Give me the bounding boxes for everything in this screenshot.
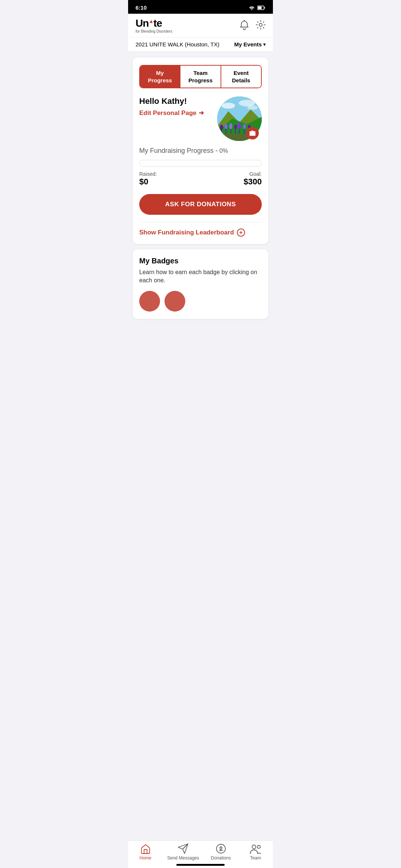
badges-subtitle: Learn how to earn each badge by clicking… (139, 268, 262, 285)
badges-title: My Badges (139, 257, 262, 265)
show-leaderboard-button[interactable]: Show Fundraising Leaderboard + (139, 228, 262, 237)
divider (139, 222, 262, 223)
progress-bar-container (139, 160, 262, 167)
chevron-down-icon: ▾ (263, 42, 265, 47)
leaderboard-plus-icon: + (237, 228, 245, 237)
logo-subtitle: for Bleeding Disorders (136, 29, 172, 33)
battery-icon (257, 6, 265, 10)
svg-point-15 (229, 123, 232, 129)
fundraising-label: My Fundraising Progress (139, 147, 213, 154)
header: Un▲te for Bleeding Disorders (128, 14, 273, 37)
ask-for-donations-button[interactable]: ASK FOR DONATIONS (139, 194, 262, 215)
edit-arrow-icon: ➜ (199, 109, 204, 117)
status-icons (248, 5, 265, 10)
tab-group: MyProgress TeamProgress EventDetails (139, 65, 262, 88)
wifi-icon (248, 5, 255, 10)
svg-point-11 (220, 125, 223, 130)
camera-button[interactable] (246, 127, 259, 139)
my-events-button[interactable]: My Events ▾ (234, 41, 265, 47)
badge-item[interactable] (164, 291, 185, 312)
raised-col: Raised: $0 (139, 171, 157, 187)
tab-team-progress[interactable]: TeamProgress (180, 66, 221, 88)
svg-point-19 (238, 123, 241, 129)
profile-image-container (217, 96, 262, 141)
notification-button[interactable] (239, 20, 249, 32)
edit-label: Edit Personal Page (139, 109, 196, 117)
settings-button[interactable] (256, 20, 265, 32)
fundraising-percentage: 0% (219, 148, 228, 154)
profile-info: Hello Kathy! Edit Personal Page ➜ (139, 96, 217, 117)
svg-rect-1 (258, 6, 262, 9)
svg-point-21 (243, 124, 246, 129)
raised-goal-row: Raised: $0 Goal: $300 (139, 171, 262, 187)
goal-amount: $300 (244, 177, 262, 187)
tab-my-progress[interactable]: MyProgress (140, 66, 180, 88)
event-name: 2021 UNITE WALK (Houston, TX) (136, 41, 219, 47)
status-bar: 6:10 (128, 0, 273, 14)
raised-label: Raised: (139, 171, 157, 177)
fundraising-title: My Fundraising Progress - 0% (139, 147, 262, 155)
leaderboard-label: Show Fundraising Leaderboard (139, 229, 234, 236)
header-icons (239, 20, 265, 32)
fundraising-separator: - (215, 147, 219, 154)
event-bar: 2021 UNITE WALK (Houston, TX) My Events … (128, 37, 273, 52)
logo: Un▲te for Bleeding Disorders (136, 18, 172, 33)
main-content: MyProgress TeamProgress EventDetails Hel… (128, 52, 273, 352)
badges-row (139, 291, 262, 312)
goal-col: Goal: $300 (244, 171, 262, 187)
goal-label: Goal: (244, 171, 262, 177)
greeting: Hello Kathy! (139, 96, 217, 106)
svg-point-6 (247, 105, 258, 110)
svg-point-13 (225, 124, 228, 129)
my-events-label: My Events (234, 41, 262, 47)
svg-point-4 (222, 103, 235, 109)
logo-text: Un▲te (136, 18, 162, 29)
svg-point-17 (235, 125, 237, 129)
raised-amount: $0 (139, 177, 157, 187)
progress-card: MyProgress TeamProgress EventDetails Hel… (133, 57, 268, 244)
badge-item[interactable] (139, 291, 160, 312)
status-time: 6:10 (136, 4, 147, 11)
badges-card: My Badges Learn how to earn each badge b… (133, 249, 268, 319)
edit-personal-page-button[interactable]: Edit Personal Page ➜ (139, 109, 217, 117)
tab-event-details[interactable]: EventDetails (221, 66, 261, 88)
svg-point-2 (259, 23, 262, 26)
profile-section: Hello Kathy! Edit Personal Page ➜ (139, 96, 262, 141)
